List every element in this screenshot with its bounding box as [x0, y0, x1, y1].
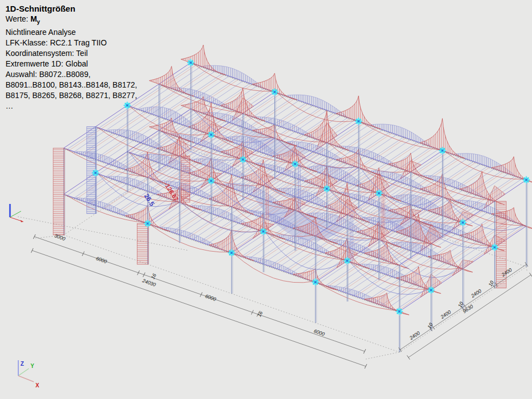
info-line: Nichtlineare Analyse — [6, 27, 137, 38]
page-title: 1D-Schnittgrößen — [6, 3, 137, 14]
dimension-label: 2400 — [439, 309, 452, 320]
info-line: B8175, B8265, B8268, B8271, B8277, — [6, 90, 137, 101]
dimension-label: 10 — [427, 322, 434, 329]
z-axis-label: Z — [21, 361, 24, 367]
result-info-panel: 1D-Schnittgrößen Werte: My Nichtlineare … — [6, 3, 137, 111]
dimension-chains: 3000600016240306000166000240010240010963… — [31, 233, 532, 369]
viewport: -126.6726.530006000162403060001660002400… — [0, 0, 532, 399]
werte-line: Werte: My — [6, 14, 137, 27]
node-marker[interactable] — [396, 308, 403, 315]
info-line: Auswahl: B8072..B8089, — [6, 69, 137, 80]
y-axis-label: Y — [30, 363, 34, 369]
part-axis-triad — [10, 204, 23, 222]
dimension-label: 6000 — [204, 293, 217, 302]
info-line: B8091..B8100, B8143..B8148, B8172, — [6, 80, 137, 90]
dimension-label: 6000 — [95, 255, 108, 264]
info-line: LFK-Klasse: RC2.1 Trag TIIO — [6, 38, 137, 48]
dimension-label: 2400 — [408, 330, 421, 341]
info-line: Extremwerte 1D: Global — [6, 59, 137, 69]
info-line: Koordinatensystem: Teil — [6, 48, 137, 59]
info-line: … — [6, 101, 137, 111]
dimension-label: 9630 — [462, 304, 474, 314]
origin-axis-triad: ZYX — [18, 360, 39, 388]
node-marker[interactable] — [523, 176, 530, 184]
dimension-label: 16 — [257, 310, 264, 318]
x-axis-label: X — [35, 382, 39, 388]
